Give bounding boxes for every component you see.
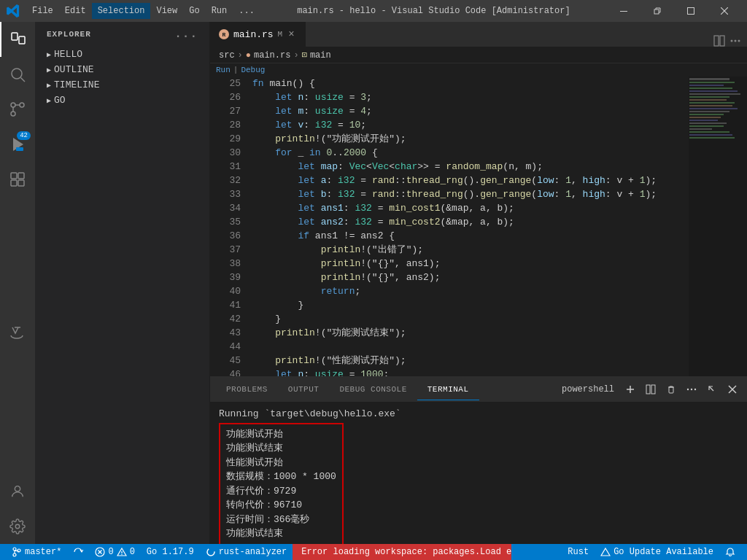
panel-tab-output[interactable]: OUTPUT <box>278 379 330 400</box>
code-line: } <box>252 312 689 326</box>
sidebar-title: EXPLORER <box>47 30 91 39</box>
restore-button[interactable] <box>640 0 674 22</box>
status-sync[interactable] <box>67 544 89 560</box>
panel-tab-problems[interactable]: PROBLEMS <box>216 379 278 400</box>
code-line: let v: i32 = 10; <box>252 118 689 132</box>
sidebar-section-go[interactable]: ▶ GO <box>35 93 209 108</box>
editor-panel-container: Run | Debug 2526272829303132333435363738… <box>210 63 747 544</box>
code-content[interactable]: fn main() { let n: usize = 3; let m: usi… <box>247 77 689 376</box>
menu-more[interactable]: ... <box>233 3 260 19</box>
menu-selection[interactable]: Selection <box>92 3 151 19</box>
more-panel-actions-button[interactable] <box>683 381 700 398</box>
titlebar: File Edit Selection View Go Run ... main… <box>0 0 747 22</box>
status-bar: master* 0 0 Go 1.17.9 rust-analyzer Erro… <box>0 544 747 560</box>
more-actions-icon[interactable] <box>729 35 741 47</box>
branch-icon <box>12 547 22 557</box>
status-rust-analyzer[interactable]: rust-analyzer <box>200 544 293 560</box>
svg-point-21 <box>15 486 20 491</box>
status-go-update[interactable]: Go Update Available <box>595 544 719 560</box>
code-line: println!("出错了"); <box>252 243 689 257</box>
vscode-icon <box>6 4 20 18</box>
svg-rect-5 <box>12 33 18 40</box>
status-errors[interactable]: 0 0 <box>89 544 140 560</box>
sidebar-section-outline[interactable]: ▶ OUTLINE <box>35 62 209 77</box>
svg-point-9 <box>11 112 15 116</box>
breadcrumb-src[interactable]: src <box>219 50 235 61</box>
sidebar-item-search[interactable] <box>0 57 35 92</box>
split-editor-icon[interactable] <box>713 35 725 47</box>
tabs-bar: R main.rs M × <box>210 22 747 47</box>
breadcrumb-sep2: › <box>293 50 298 61</box>
status-go[interactable]: Go 1.17.9 <box>141 544 200 560</box>
new-terminal-button[interactable] <box>622 381 639 398</box>
activity-bottom <box>0 474 35 544</box>
window-controls <box>607 0 741 22</box>
menu-view[interactable]: View <box>150 3 183 19</box>
accounts-icon[interactable] <box>0 474 35 509</box>
code-line: let ans2: i32 = min_cost2(&map, a, b); <box>252 215 689 229</box>
sidebar-item-test[interactable] <box>0 316 35 351</box>
close-panel-button[interactable] <box>724 381 741 398</box>
svg-rect-17 <box>18 173 24 179</box>
menu-go[interactable]: Go <box>183 3 205 19</box>
code-line: fn main() { <box>252 77 689 90</box>
split-terminal-button[interactable] <box>642 381 659 398</box>
sidebar-item-run-debug[interactable]: 42 <box>0 127 35 162</box>
warning-count: 0 <box>130 547 135 557</box>
breadcrumb-fn-icon: ⊡ <box>302 50 307 61</box>
breadcrumb-filename[interactable]: main.rs <box>254 50 290 61</box>
svg-point-7 <box>12 69 22 79</box>
maximize-button[interactable] <box>674 0 708 22</box>
kill-terminal-button[interactable] <box>662 381 680 398</box>
menu-run[interactable]: Run <box>206 3 233 19</box>
sidebar-section-hello[interactable]: ▶ HELLO <box>35 47 209 62</box>
terminal-output-line: 运行时间：366毫秒 <box>226 513 336 527</box>
editor-tab-main-rs[interactable]: R main.rs M × <box>210 22 306 47</box>
breadcrumb-fn-name[interactable]: main <box>310 50 331 61</box>
code-line: let a: i32 = rand::thread_rng().gen_rang… <box>252 174 689 187</box>
sidebar-item-source-control[interactable] <box>0 92 35 127</box>
chevron-right-icon: ▶ <box>47 81 51 90</box>
sidebar-more-button[interactable]: ... <box>174 28 198 41</box>
notifications-icon <box>725 547 735 557</box>
sidebar-item-explorer[interactable] <box>0 22 35 57</box>
error-message-text: Error loading workspace: packages.Load e… <box>301 547 511 557</box>
close-button[interactable] <box>708 0 741 22</box>
panel-tab-terminal[interactable]: TERMINAL <box>417 379 479 400</box>
sidebar-item-extensions[interactable] <box>0 162 35 197</box>
panel-tab-debug-console[interactable]: DEBUG CONSOLE <box>329 379 417 400</box>
language-label: Rust <box>568 547 589 557</box>
activity-bar: 42 <box>0 22 35 544</box>
svg-point-26 <box>735 40 737 42</box>
status-notifications[interactable] <box>719 544 741 560</box>
run-debug-bar: Run | Debug <box>210 63 747 77</box>
sidebar-section-outline-label: OUTLINE <box>54 64 94 75</box>
code-line: let b: i32 = rand::thread_rng().gen_rang… <box>252 187 689 201</box>
menu-edit[interactable]: Edit <box>59 3 92 19</box>
run-link[interactable]: Run <box>216 66 231 74</box>
status-branch[interactable]: master* <box>6 544 67 560</box>
code-line: let map: Vec<Vec<char>> = random_map(n, … <box>252 160 689 174</box>
tab-close-button[interactable]: × <box>287 27 295 42</box>
menu-file[interactable]: File <box>26 3 59 19</box>
maximize-panel-button[interactable] <box>703 381 721 398</box>
code-line: if ans1 != ans2 { <box>252 229 689 243</box>
svg-line-36 <box>709 386 713 391</box>
svg-rect-24 <box>720 36 724 46</box>
code-editor[interactable]: 2526272829303132333435363738394041424344… <box>210 77 747 376</box>
code-line <box>252 340 689 354</box>
svg-rect-15 <box>16 147 23 151</box>
svg-rect-32 <box>669 387 673 393</box>
terminal-shell-label: powershell <box>557 384 619 394</box>
terminal-output-line: 通行代价：9729 <box>226 484 336 499</box>
sidebar-section-timeline[interactable]: ▶ TIMELINE <box>35 77 209 93</box>
debug-link[interactable]: Debug <box>241 66 265 74</box>
terminal-content[interactable]: Running `target\debug\hello.exe` 功能测试开始 … <box>210 402 747 544</box>
settings-icon[interactable] <box>0 509 35 544</box>
chevron-right-icon: ▶ <box>47 66 51 74</box>
code-line: } <box>252 298 689 312</box>
minimize-button[interactable] <box>607 0 640 22</box>
svg-point-33 <box>687 389 689 390</box>
status-language[interactable]: Rust <box>562 544 595 560</box>
status-error-msg[interactable]: Error loading workspace: packages.Load e… <box>293 544 511 560</box>
